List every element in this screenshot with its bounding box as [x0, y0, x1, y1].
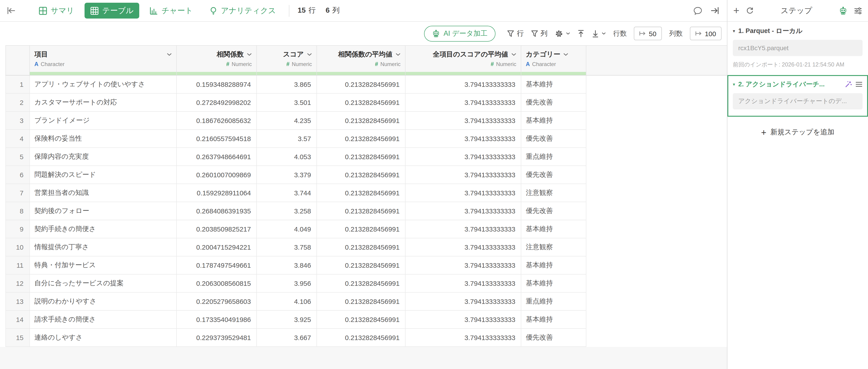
row-number: 3: [6, 112, 30, 129]
tab-chart[interactable]: チャート: [144, 3, 199, 19]
header-filler: [586, 45, 727, 75]
ai-data-wrangling-button[interactable]: AI データ加工: [424, 26, 495, 41]
column-header-correlation[interactable]: 相関係数 #Numeric: [177, 45, 256, 75]
column-header-category[interactable]: カテゴリー ACharacter: [521, 45, 586, 75]
chevron-down-icon: [602, 32, 606, 35]
cell-item: 特典・付加サービス: [30, 256, 177, 274]
filter-columns-button[interactable]: 列: [531, 29, 548, 38]
tab-analytics[interactable]: アナリティクス: [203, 3, 282, 19]
cell-item: 自分に合ったサービスの提案: [30, 274, 177, 293]
filter-rows-label: 行: [517, 29, 524, 38]
cell-score: 3.956: [256, 274, 317, 293]
cell-category: 優先改善: [521, 329, 586, 347]
panel-settings-sliders-icon[interactable]: [854, 7, 862, 14]
chevron-down-icon[interactable]: [396, 53, 401, 56]
cell-correlation-avg: 0.2132828456991: [317, 293, 405, 310]
cell-item: 保障内容の充実度: [30, 148, 177, 166]
cell-correlation-avg: 0.2132828456991: [317, 112, 405, 129]
chevron-down-icon[interactable]: [247, 53, 252, 56]
chevron-down-icon[interactable]: [511, 53, 516, 56]
cell-score-avg: 3.794133333333: [405, 293, 521, 310]
cell-filler: [586, 220, 727, 238]
row-number: 14: [6, 310, 30, 329]
cell-category: 優先改善: [521, 93, 586, 112]
character-type-icon: A: [526, 61, 530, 67]
download-button[interactable]: [592, 30, 606, 37]
column-title: 全項目のスコアの平均値: [433, 50, 508, 59]
cell-score-avg: 3.794133333333: [405, 112, 521, 129]
collapse-left-panel-icon[interactable]: [7, 7, 16, 14]
column-type: Character: [41, 61, 64, 67]
column-header-item[interactable]: 項目 ACharacter: [30, 45, 177, 75]
upload-button[interactable]: [578, 30, 585, 37]
bar-chart-icon: [150, 6, 158, 15]
tab-table[interactable]: テーブル: [85, 3, 139, 19]
cell-correlation-avg: 0.2132828456991: [317, 274, 405, 293]
cell-score: 4.106: [256, 293, 317, 310]
row-number: 1: [6, 75, 30, 93]
chevron-down-icon[interactable]: [307, 53, 312, 56]
step-collapse-caret[interactable]: ▾: [733, 82, 735, 87]
step-item-1[interactable]: ▾ 1. Parquet - ローカル rcx1BcY5.parquet 前回の…: [727, 22, 868, 70]
tab-summary[interactable]: サマリ: [33, 3, 80, 19]
step-source-field[interactable]: rcx1BcY5.parquet: [733, 40, 863, 56]
table-row: 6 問題解決のスピード 0.2601007009869 3.379 0.2132…: [6, 166, 727, 184]
cell-filler: [586, 256, 727, 274]
step-item-2-selected[interactable]: ▾ 2. アクションドライバーチ... アクションドライバーチャートのデ...: [727, 75, 868, 117]
column-header-score[interactable]: スコア #Numeric: [256, 45, 317, 75]
app-window: サマリ テーブル チャート アナリテ: [0, 0, 868, 369]
gear-icon: [555, 29, 563, 38]
cell-score-avg: 3.794133333333: [405, 274, 521, 293]
step-description-field[interactable]: アクションドライバーチャートのデ...: [733, 93, 863, 110]
cell-score: 3.501: [256, 93, 317, 112]
column-quality-bar: [405, 72, 521, 75]
rows-limit-input[interactable]: 50: [634, 27, 662, 40]
cell-item: 連絡のしやすさ: [30, 329, 177, 347]
row-number: 8: [6, 202, 30, 220]
cell-score-avg: 3.794133333333: [405, 220, 521, 238]
cell-correlation: 0.2063008560815: [177, 274, 256, 293]
table-row: 3 ブランドイメージ 0.1867626085632 4.235 0.21328…: [6, 112, 727, 129]
mapsto-icon: [695, 31, 702, 36]
cell-correlation-avg: 0.2132828456991: [317, 148, 405, 166]
cell-filler: [586, 238, 727, 256]
header-row: 項目 ACharacter 相関係数 #Numeric: [6, 45, 727, 75]
column-header-correlation-avg[interactable]: 相関係数の平均値 #Numeric: [317, 45, 405, 75]
collapse-right-panel-icon[interactable]: [710, 7, 719, 14]
cols-limit-label: 列数: [669, 29, 683, 38]
ai-robot-icon[interactable]: [839, 6, 847, 15]
row-number: 2: [6, 93, 30, 112]
add-new-step-button[interactable]: + 新規ステップを追加: [727, 127, 868, 137]
chevron-down-icon[interactable]: [167, 53, 172, 56]
row-count-unit: 行: [308, 6, 315, 16]
cell-correlation: 0.2293739529481: [177, 329, 256, 347]
chevron-down-icon[interactable]: [563, 53, 568, 56]
comment-bubble-icon[interactable]: [693, 6, 702, 15]
add-step-icon[interactable]: +: [733, 5, 739, 16]
column-title: 相関係数の平均値: [338, 50, 393, 59]
column-header-score-avg[interactable]: 全項目のスコアの平均値 #Numeric: [405, 45, 521, 75]
cell-score-avg: 3.794133333333: [405, 329, 521, 347]
magic-wand-icon[interactable]: [844, 81, 852, 88]
step-menu-icon[interactable]: [855, 82, 863, 87]
cell-filler: [586, 184, 727, 202]
step-collapse-caret[interactable]: ▾: [733, 29, 735, 33]
tab-chart-label: チャート: [162, 5, 193, 16]
cell-score: 3.925: [256, 310, 317, 329]
cell-category: 基本維持: [521, 310, 586, 329]
cell-category: 重点維持: [521, 293, 586, 310]
cols-limit-value: 100: [705, 30, 716, 37]
table-row: 11 特典・付加サービス 0.1787497549661 3.846 0.213…: [6, 256, 727, 274]
cell-category: 注意観察: [521, 184, 586, 202]
cell-filler: [586, 293, 727, 310]
table-settings-button[interactable]: [555, 29, 570, 38]
cell-category: 優先改善: [521, 129, 586, 148]
cell-category: 基本維持: [521, 75, 586, 93]
cols-limit-input[interactable]: 100: [690, 27, 721, 40]
numeric-type-icon: #: [286, 61, 289, 67]
refresh-icon[interactable]: [746, 7, 754, 14]
cell-score: 3.258: [256, 202, 317, 220]
filter-rows-button[interactable]: 行: [507, 29, 524, 38]
table-toolbar: AI データ加工 行 列: [0, 22, 727, 45]
cell-score: 3.846: [256, 256, 317, 274]
